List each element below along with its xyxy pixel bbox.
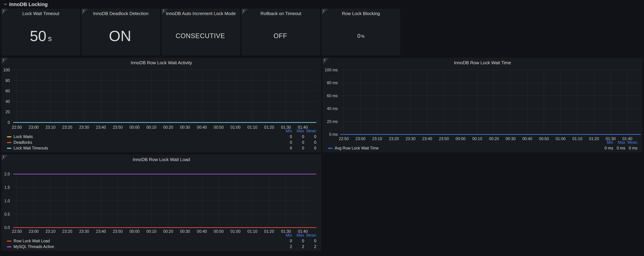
panel-info-icon[interactable]: i <box>242 9 248 15</box>
svg-text:100: 100 <box>3 68 10 72</box>
panel-title[interactable]: Row Lock Blocking <box>322 9 400 18</box>
svg-text:80 ms: 80 ms <box>327 80 338 85</box>
series-max: 0 ms <box>613 146 625 150</box>
legend-row: Lock Waits 0 0 0 <box>7 134 316 140</box>
section-row-innodb-locking[interactable]: InnoDB Locking <box>2 0 642 9</box>
legend-header-row: Min Max Mean <box>7 128 316 134</box>
series-name[interactable]: Row Lock Wait Load <box>14 239 50 243</box>
stat-panel-row-lock-blocking: i Row Lock Blocking 0% <box>322 9 400 56</box>
panel-info-icon[interactable]: i <box>82 9 88 15</box>
legend-row: MySQL Threads Active 2 2 2 <box>7 244 316 250</box>
stat-value: OFF <box>242 18 320 54</box>
series-name[interactable]: Avg Row Lock Wait Time <box>335 146 379 150</box>
info-icon-glyph: i <box>3 9 4 13</box>
series-max: 0 <box>292 239 304 243</box>
svg-text:0.5: 0.5 <box>4 212 10 216</box>
time-series-plot[interactable]: 0 ms20 ms40 ms60 ms80 ms100 ms22:5023:00… <box>323 58 642 152</box>
svg-text:60: 60 <box>5 89 10 93</box>
chevron-down-icon <box>3 2 8 6</box>
stat-panel-auto-increment-lock-mode: i InnoDB Auto Increment Lock Mode CONSEC… <box>162 9 240 56</box>
svg-text:1.5: 1.5 <box>4 185 10 190</box>
charts-row: i InnoDB Row Lock Wait Activity 02040608… <box>2 58 642 152</box>
panel-info-icon[interactable]: i <box>322 9 328 15</box>
series-max: 2 <box>292 244 304 249</box>
legend-col-min[interactable]: Min <box>280 233 292 238</box>
legend-table: Min Max Mean Lock Waits 0 0 0 Deadlocks … <box>7 128 316 151</box>
panel-info-icon[interactable]: i <box>2 155 8 161</box>
series-name[interactable]: MySQL Threads Active <box>14 244 54 249</box>
series-color-swatch[interactable] <box>328 148 332 149</box>
series-mean: 0 <box>304 239 316 243</box>
panel-info-icon[interactable]: i <box>2 9 8 15</box>
info-icon-glyph: i <box>83 9 84 13</box>
series-mean: 0 <box>304 134 316 139</box>
series-max: 0 <box>292 146 304 150</box>
legend-row: Avg Row Lock Wait Time 0 ms 0 ms 0 ms <box>328 145 638 151</box>
legend-header-row: Min Max Mean <box>328 140 638 145</box>
stat-number: 0 <box>357 33 360 39</box>
panel-info-icon[interactable]: i <box>2 58 8 64</box>
panel-title[interactable]: Lock Wait Timeout <box>2 9 80 18</box>
info-icon-glyph: i <box>323 9 324 13</box>
series-max: 0 <box>292 134 304 139</box>
series-color-swatch[interactable] <box>7 142 12 143</box>
legend-row: Deadlocks 0 0 0 <box>7 140 316 145</box>
series-mean: 2 <box>304 244 316 249</box>
panel-info-icon[interactable]: i <box>162 9 168 15</box>
series-min: 0 ms <box>601 146 613 150</box>
svg-text:20 ms: 20 ms <box>327 119 338 124</box>
series-name[interactable]: Deadlocks <box>14 140 32 145</box>
panel-title[interactable]: InnoDB Deadlock Detection <box>82 9 160 18</box>
stat-value: ON <box>82 18 160 54</box>
series-name[interactable]: Lock Wait Timeouts <box>14 146 48 150</box>
chart-panel-row-lock-wait-load: i InnoDB Row Lock Wait Load 0.00.51.01.5… <box>2 155 321 251</box>
svg-text:20: 20 <box>5 110 10 114</box>
svg-text:2.0: 2.0 <box>4 172 10 176</box>
legend-col-min[interactable]: Min <box>280 129 292 133</box>
series-mean: 0 ms <box>625 146 638 150</box>
legend-col-max[interactable]: Max <box>292 233 304 238</box>
svg-text:60 ms: 60 ms <box>327 94 338 98</box>
stat-panel-deadlock-detection: i InnoDB Deadlock Detection ON <box>82 9 160 56</box>
stats-row: i Lock Wait Timeout 50s i InnoDB Deadloc… <box>2 9 642 56</box>
info-icon-glyph: i <box>324 58 325 62</box>
series-min: 0 <box>280 239 292 243</box>
svg-text:100 ms: 100 ms <box>325 68 338 72</box>
svg-text:0.0: 0.0 <box>4 225 10 230</box>
stat-value: 0% <box>322 18 400 54</box>
stat-number: CONSECUTIVE <box>176 32 225 40</box>
panel-title[interactable]: Rollback on Timeout <box>242 9 320 18</box>
dashboard: InnoDB Locking i Lock Wait Timeout 50s i… <box>0 0 644 256</box>
series-name[interactable]: Lock Waits <box>14 134 33 139</box>
svg-text:40: 40 <box>5 99 10 104</box>
series-mean: 0 <box>304 146 316 150</box>
legend-table: Min Max Mean Row Lock Wait Load 0 0 0 My… <box>7 232 316 250</box>
series-min: 2 <box>280 244 292 249</box>
stat-number: OFF <box>274 32 287 40</box>
svg-text:40 ms: 40 ms <box>327 106 338 111</box>
stat-number: 50 <box>30 28 46 44</box>
stat-value: 50s <box>2 18 80 54</box>
info-icon-glyph: i <box>163 9 164 13</box>
info-icon-glyph: i <box>3 155 4 159</box>
svg-text:0: 0 <box>8 120 10 125</box>
legend-col-min[interactable]: Min <box>601 140 613 145</box>
legend-row: Row Lock Wait Load 0 0 0 <box>7 238 316 244</box>
legend-col-max[interactable]: Max <box>292 129 304 133</box>
series-color-swatch[interactable] <box>7 246 12 247</box>
stat-unit: % <box>361 34 364 39</box>
series-mean: 0 <box>304 140 316 145</box>
section-title: InnoDB Locking <box>9 2 48 7</box>
legend-col-mean[interactable]: Mean <box>625 140 638 145</box>
legend-col-max[interactable]: Max <box>613 140 625 145</box>
legend-col-mean[interactable]: Mean <box>304 233 316 238</box>
info-icon-glyph: i <box>243 9 244 13</box>
panel-title[interactable]: InnoDB Auto Increment Lock Mode <box>162 9 240 18</box>
series-color-swatch[interactable] <box>7 136 12 137</box>
series-color-swatch[interactable] <box>7 240 12 242</box>
legend-col-mean[interactable]: Mean <box>304 129 316 133</box>
svg-text:80: 80 <box>5 78 10 83</box>
panel-info-icon[interactable]: i <box>323 58 329 64</box>
series-color-swatch[interactable] <box>7 148 12 149</box>
svg-text:1.0: 1.0 <box>4 199 10 203</box>
